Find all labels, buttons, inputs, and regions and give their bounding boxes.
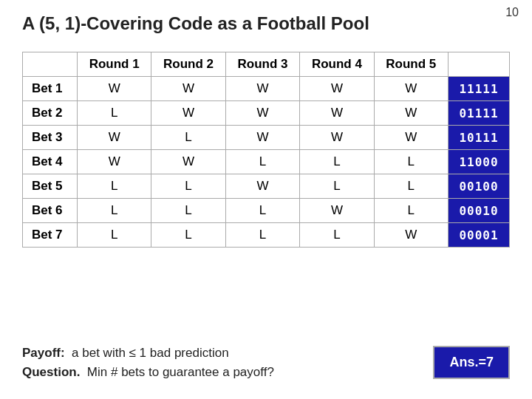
round3-cell: L: [225, 223, 299, 248]
table-row: Bet 7LLLLW00001: [23, 223, 510, 248]
question-label: Question.: [22, 365, 80, 379]
round5-cell: W: [374, 223, 448, 248]
round4-cell: L: [300, 150, 374, 174]
page-number: 10: [505, 6, 519, 19]
round1-cell: L: [77, 199, 151, 223]
round4-cell: W: [300, 77, 374, 101]
round1-cell: W: [77, 150, 151, 174]
question-text: Min # bets to guarantee a payoff?: [87, 365, 274, 379]
round2-cell: L: [151, 199, 225, 223]
table-row: Bet 5LLWLL00100: [23, 174, 510, 199]
round4-cell: W: [300, 101, 374, 126]
round1-cell: W: [77, 77, 151, 101]
round2-cell: W: [151, 150, 225, 174]
code-cell: 00100: [449, 174, 510, 199]
table-row: Bet 3WLWWW10111: [23, 126, 510, 150]
round4-cell: L: [300, 174, 374, 199]
table-row: Bet 2LWWWW01111: [23, 101, 510, 126]
col-header-round4: Round 4: [300, 52, 374, 77]
bet-label: Bet 7: [23, 223, 78, 248]
table-row: Bet 6LLLWL00010: [23, 199, 510, 223]
round4-cell: L: [300, 223, 374, 248]
round5-cell: L: [374, 174, 448, 199]
round4-cell: W: [300, 199, 374, 223]
bets-table: Round 1 Round 2 Round 3 Round 4 Round 5 …: [22, 52, 510, 248]
bet-label: Bet 1: [23, 77, 78, 101]
footer-text: Payoff: a bet with ≤ 1 bad prediction Qu…: [22, 344, 274, 381]
round5-cell: L: [374, 150, 448, 174]
round3-cell: W: [225, 174, 299, 199]
code-cell: 11111: [449, 77, 510, 101]
bet-label: Bet 6: [23, 199, 78, 223]
payoff-label: Payoff:: [22, 346, 65, 360]
bet-label: Bet 3: [23, 126, 78, 150]
round3-cell: W: [225, 101, 299, 126]
round5-cell: W: [374, 77, 448, 101]
bet-label: Bet 4: [23, 150, 78, 174]
answer-box: Ans.=7: [433, 346, 510, 379]
round3-cell: W: [225, 126, 299, 150]
code-cell: 10111: [449, 126, 510, 150]
round3-cell: L: [225, 199, 299, 223]
table-row: Bet 1WWWWW11111: [23, 77, 510, 101]
code-cell: 11000: [449, 150, 510, 174]
col-header-empty: [23, 52, 78, 77]
page-title: A (5, 1)-Covering Code as a Football Poo…: [22, 13, 369, 34]
col-header-round3: Round 3: [225, 52, 299, 77]
round2-cell: L: [151, 126, 225, 150]
payoff-text: a bet with ≤ 1 bad prediction: [72, 346, 229, 360]
bet-label: Bet 5: [23, 174, 78, 199]
code-cell: 01111: [449, 101, 510, 126]
round2-cell: L: [151, 223, 225, 248]
col-header-code: [449, 52, 510, 77]
round2-cell: W: [151, 77, 225, 101]
round5-cell: L: [374, 199, 448, 223]
col-header-round2: Round 2: [151, 52, 225, 77]
round5-cell: W: [374, 101, 448, 126]
round2-cell: W: [151, 101, 225, 126]
col-header-round5: Round 5: [374, 52, 448, 77]
round4-cell: W: [300, 126, 374, 150]
round3-cell: W: [225, 77, 299, 101]
round1-cell: L: [77, 174, 151, 199]
footer: Payoff: a bet with ≤ 1 bad prediction Qu…: [22, 344, 510, 381]
round2-cell: L: [151, 174, 225, 199]
round1-cell: L: [77, 101, 151, 126]
table-row: Bet 4WWLLL11000: [23, 150, 510, 174]
code-cell: 00001: [449, 223, 510, 248]
col-header-round1: Round 1: [77, 52, 151, 77]
code-cell: 00010: [449, 199, 510, 223]
main-content: Round 1 Round 2 Round 3 Round 4 Round 5 …: [22, 52, 510, 248]
round1-cell: L: [77, 223, 151, 248]
bet-label: Bet 2: [23, 101, 78, 126]
round5-cell: W: [374, 126, 448, 150]
round3-cell: L: [225, 150, 299, 174]
round1-cell: W: [77, 126, 151, 150]
